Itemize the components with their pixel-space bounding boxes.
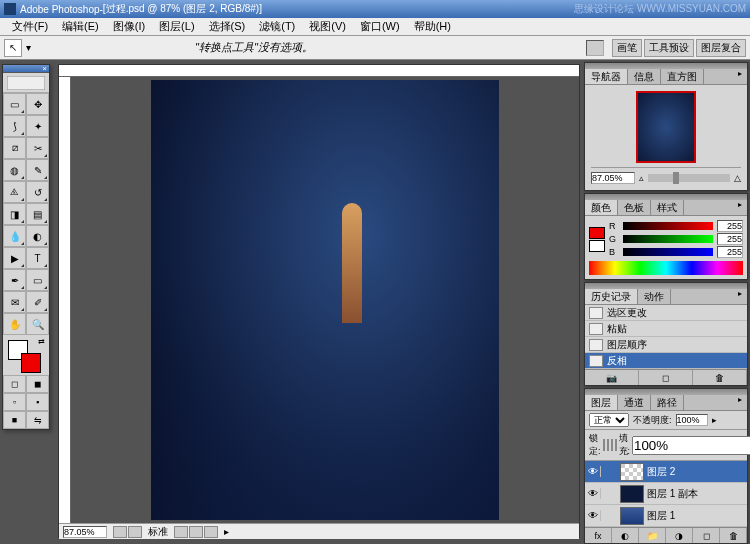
layer-folder-icon[interactable]: 📁 xyxy=(639,528,666,543)
dropdown-icon[interactable]: ▸ xyxy=(712,415,717,425)
history-new-icon[interactable]: ◻ xyxy=(639,370,693,385)
zoom-input[interactable] xyxy=(63,526,107,538)
layer-new-icon[interactable]: ◻ xyxy=(693,528,720,543)
color-spectrum[interactable] xyxy=(589,261,743,275)
crop-tool[interactable]: ⧄ xyxy=(3,137,26,159)
menu-help[interactable]: 帮助(H) xyxy=(408,18,457,35)
tab-history[interactable]: 历史记录 xyxy=(585,289,638,304)
layer-row[interactable]: 👁 图层 1 xyxy=(585,505,747,527)
history-snapshot-icon[interactable]: 📷 xyxy=(585,370,639,385)
layer-thumbnail[interactable] xyxy=(620,485,644,503)
gradient-tool[interactable]: ▤ xyxy=(26,203,49,225)
standard-mode-icon[interactable]: ◻ xyxy=(3,375,26,393)
navigator-thumbnail[interactable] xyxy=(636,91,696,163)
lasso-tool[interactable]: ⟆ xyxy=(3,115,26,137)
canvas-viewport[interactable] xyxy=(71,77,579,523)
zoom-out-icon[interactable]: ▵ xyxy=(639,173,644,183)
close-icon[interactable]: × xyxy=(42,64,47,73)
move-tool[interactable]: ✥ xyxy=(26,93,49,115)
panel-menu-icon[interactable]: ▸ xyxy=(733,289,747,304)
zoom-in-icon[interactable]: △ xyxy=(734,173,741,183)
ruler-horizontal[interactable] xyxy=(59,65,579,77)
menu-layer[interactable]: 图层(L) xyxy=(153,18,200,35)
lock-pixels-icon[interactable] xyxy=(607,439,609,451)
menu-select[interactable]: 选择(S) xyxy=(203,18,252,35)
navigator-zoom-slider[interactable] xyxy=(648,174,730,182)
g-slider[interactable] xyxy=(623,235,713,243)
background-color[interactable] xyxy=(21,353,41,373)
palette-tab-brushes[interactable]: 画笔 xyxy=(612,39,642,57)
tool-dropdown-icon[interactable]: ▾ xyxy=(26,42,31,53)
lock-position-icon[interactable] xyxy=(611,439,613,451)
lock-all-icon[interactable] xyxy=(615,439,617,451)
history-brush-tool[interactable]: ↺ xyxy=(26,181,49,203)
r-value[interactable] xyxy=(717,220,743,232)
pen-tool[interactable]: ✒ xyxy=(3,269,26,291)
palette-tab-tool-presets[interactable]: 工具预设 xyxy=(644,39,694,57)
toolbox-drag-handle[interactable]: × xyxy=(3,65,49,73)
notes-tool[interactable]: ✉ xyxy=(3,291,26,313)
screen-mode-2-icon[interactable]: ▪ xyxy=(26,393,49,411)
history-item[interactable]: 反相 xyxy=(585,353,747,369)
layer-adjust-icon[interactable]: ◑ xyxy=(666,528,693,543)
tab-swatches[interactable]: 色板 xyxy=(618,200,651,215)
dodge-tool[interactable]: ◐ xyxy=(26,225,49,247)
visibility-icon[interactable]: 👁 xyxy=(585,466,601,477)
ruler-vertical[interactable] xyxy=(59,77,71,523)
menu-image[interactable]: 图像(I) xyxy=(107,18,151,35)
marquee-tool[interactable]: ▭ xyxy=(3,93,26,115)
tab-color[interactable]: 颜色 xyxy=(585,200,618,215)
magic-wand-tool[interactable]: ✦ xyxy=(26,115,49,137)
menu-edit[interactable]: 编辑(E) xyxy=(56,18,105,35)
zoom-tool[interactable]: 🔍 xyxy=(26,313,49,335)
history-trash-icon[interactable]: 🗑 xyxy=(693,370,747,385)
layer-thumbnail[interactable] xyxy=(620,507,644,525)
quickmask-mode-icon[interactable]: ◼ xyxy=(26,375,49,393)
imageready-icon[interactable]: ⇋ xyxy=(26,411,49,429)
menu-filter[interactable]: 滤镜(T) xyxy=(253,18,301,35)
blur-tool[interactable]: 💧 xyxy=(3,225,26,247)
canvas-document[interactable] xyxy=(151,80,499,520)
status-icon-5[interactable] xyxy=(204,526,218,538)
history-item[interactable]: 选区更改 xyxy=(585,305,747,321)
tab-actions[interactable]: 动作 xyxy=(638,289,671,304)
r-slider[interactable] xyxy=(623,222,713,230)
clone-stamp-tool[interactable]: ⧌ xyxy=(3,181,26,203)
menu-window[interactable]: 窗口(W) xyxy=(354,18,406,35)
color-bg-chip[interactable] xyxy=(589,240,605,252)
b-value[interactable] xyxy=(717,246,743,258)
tab-channels[interactable]: 通道 xyxy=(618,395,651,410)
tab-info[interactable]: 信息 xyxy=(628,69,661,84)
panel-menu-icon[interactable]: ▸ xyxy=(733,200,747,215)
history-item[interactable]: 图层顺序 xyxy=(585,337,747,353)
shape-tool[interactable]: ▭ xyxy=(26,269,49,291)
eraser-tool[interactable]: ◨ xyxy=(3,203,26,225)
visibility-icon[interactable]: 👁 xyxy=(585,510,601,521)
layer-trash-icon[interactable]: 🗑 xyxy=(720,528,747,543)
current-tool-indicator[interactable]: ↖ xyxy=(4,39,22,57)
navigator-zoom-input[interactable] xyxy=(591,172,635,184)
healing-brush-tool[interactable]: ◍ xyxy=(3,159,26,181)
tab-paths[interactable]: 路径 xyxy=(651,395,684,410)
tab-layers[interactable]: 图层 xyxy=(585,395,618,410)
path-selection-tool[interactable]: ▶ xyxy=(3,247,26,269)
color-fg-chip[interactable] xyxy=(589,227,605,239)
type-tool[interactable]: T xyxy=(26,247,49,269)
status-menu-arrow[interactable]: ▸ xyxy=(224,526,229,537)
menu-view[interactable]: 视图(V) xyxy=(303,18,352,35)
status-icon-3[interactable] xyxy=(174,526,188,538)
layer-row[interactable]: 👁 图层 1 副本 xyxy=(585,483,747,505)
b-slider[interactable] xyxy=(623,248,713,256)
status-icon-4[interactable] xyxy=(189,526,203,538)
hand-tool[interactable]: ✋ xyxy=(3,313,26,335)
panel-menu-icon[interactable]: ▸ xyxy=(733,395,747,410)
visibility-icon[interactable]: 👁 xyxy=(585,488,601,499)
screen-mode-3-icon[interactable]: ■ xyxy=(3,411,26,429)
opacity-input[interactable] xyxy=(676,414,708,426)
layer-mask-icon[interactable]: ◐ xyxy=(612,528,639,543)
tab-styles[interactable]: 样式 xyxy=(651,200,684,215)
history-item[interactable]: 粘贴 xyxy=(585,321,747,337)
g-value[interactable] xyxy=(717,233,743,245)
swap-colors-icon[interactable]: ⇄ xyxy=(38,337,45,346)
palette-well-icon[interactable] xyxy=(586,40,604,56)
